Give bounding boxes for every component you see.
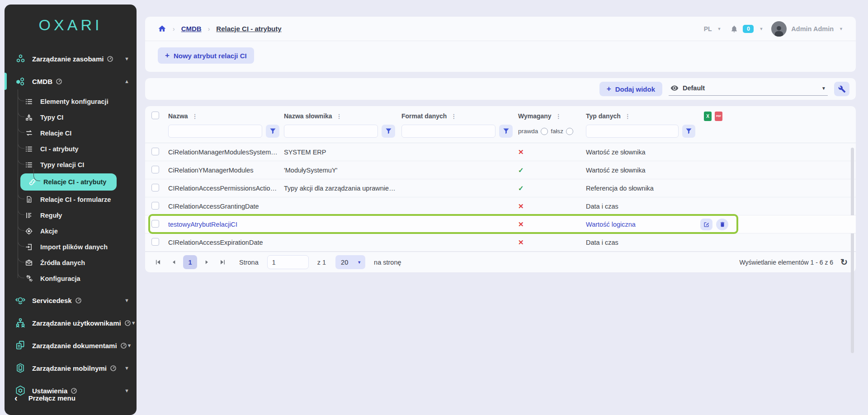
active-section-indicator — [5, 73, 7, 90]
new-attribute-button[interactable]: + Nowy atrybut relacji CI — [158, 47, 254, 64]
row-checkbox[interactable] — [151, 202, 159, 210]
menu-toggle-label: Przełącz menu — [28, 394, 75, 402]
row-checkbox[interactable] — [151, 148, 159, 155]
notification-badge[interactable]: 0 — [743, 25, 754, 33]
table-row[interactable]: CIRelationAccessPermissionsActionTypeTyp… — [145, 179, 856, 197]
table-row[interactable]: testowyAtrybutRelacjiCI✕Wartość logiczna — [145, 215, 856, 233]
sidebar-item-assets[interactable]: Zarządzanie zasobami▼ — [5, 47, 137, 70]
row-checkbox[interactable] — [151, 238, 159, 246]
gauge-icon — [120, 342, 127, 349]
tree-branch — [18, 105, 24, 117]
previous-page-button[interactable] — [167, 256, 180, 269]
filter-button[interactable] — [499, 125, 513, 138]
select-all-cell — [145, 112, 168, 121]
chevron-down-icon[interactable]: ▼ — [124, 56, 129, 61]
sidebar-item-users[interactable]: Zarządzanie użytkownikami▼ — [5, 312, 137, 334]
chevron-down-icon[interactable]: ▼ — [717, 27, 722, 31]
page-size-value: 20 — [341, 259, 348, 266]
table-row[interactable]: CIRelationAccessExpirationDate✕Data i cz… — [145, 233, 856, 252]
list-icon — [24, 145, 33, 154]
row-checkbox[interactable] — [151, 166, 159, 173]
column-filter-input[interactable] — [284, 125, 378, 138]
sidebar-item-label: CI - atrybuty — [40, 145, 79, 153]
filter-button[interactable] — [266, 125, 279, 138]
required-false-radio[interactable] — [566, 128, 573, 135]
page-input[interactable] — [267, 255, 309, 269]
refresh-icon[interactable]: ↻ — [840, 258, 848, 266]
table-row[interactable]: CIRelationAccessGrantingDate✕Data i czas — [145, 197, 856, 215]
export-pdf-icon[interactable]: PDF — [715, 112, 722, 121]
sidebar-item-relacje-ci-atrybuty[interactable]: Relacje CI - atrybuty — [20, 173, 117, 191]
last-page-button[interactable] — [216, 256, 229, 269]
bell-icon[interactable] — [730, 25, 738, 33]
cell-name[interactable]: testowyAtrybutRelacjiCI — [168, 221, 284, 228]
table-row[interactable]: CiRelationManagerModulesSystemERPSYSTEM … — [145, 143, 856, 161]
chevron-up-icon[interactable]: ▲ — [124, 79, 129, 84]
menu-toggle-button[interactable]: ‹ Przełącz menu — [5, 389, 137, 407]
page-size-select[interactable]: 20 ▼ — [335, 255, 365, 269]
chevron-down-icon[interactable]: ▼ — [131, 320, 136, 326]
column-menu-icon[interactable]: ⋮ — [192, 113, 198, 120]
delete-row-button[interactable] — [716, 219, 728, 230]
edit-row-button[interactable] — [700, 219, 712, 230]
sidebar-item-servicedesk[interactable]: Servicedesk▼ — [5, 289, 137, 312]
filter-button[interactable] — [382, 125, 395, 138]
gauge-icon — [75, 297, 82, 304]
tree-branch — [18, 137, 24, 149]
sidebar-item-label: Servicedesk — [32, 297, 72, 304]
breadcrumb-link-cmdb[interactable]: CMDB — [181, 25, 202, 33]
gauge-icon — [110, 365, 117, 372]
column-menu-icon[interactable]: ⋮ — [556, 113, 561, 120]
column-filter-input[interactable] — [586, 125, 679, 138]
chevron-left-icon: ‹ — [14, 393, 18, 403]
items-summary: Wyświetlanie elementów 1 - 6 z 6 — [739, 259, 833, 266]
view-toolbar: + Dodaj widok Default ▼ — [145, 78, 856, 100]
export-excel-icon[interactable]: X — [704, 112, 712, 121]
row-actions — [700, 219, 728, 230]
cell-required: ✕ — [518, 202, 586, 210]
cell-name: CIRelationAccessPermissionsActionType — [168, 185, 284, 192]
table-header-row: Nazwa⋮Nazwa słownika⋮Format danych⋮Wymag… — [145, 106, 856, 123]
sidebar-item-mobile[interactable]: Zarządzanie mobilnymi▼ — [5, 357, 137, 379]
page-number-button[interactable]: 1 — [183, 255, 197, 269]
select-all-checkbox[interactable] — [151, 112, 159, 119]
column-header-1: Nazwa⋮ — [168, 112, 284, 120]
column-menu-icon[interactable]: ⋮ — [451, 113, 457, 120]
wrench-icon[interactable] — [834, 82, 849, 96]
add-view-button[interactable]: + Dodaj widok — [599, 82, 662, 96]
table-row[interactable]: CiRelationYManagerModules'ModułySystemuY… — [145, 161, 856, 179]
chevron-down-icon[interactable]: ▼ — [124, 365, 129, 371]
row-checkbox[interactable] — [151, 220, 159, 228]
per-page-label: na stronę — [374, 259, 401, 266]
breadcrumb-separator: › — [208, 25, 210, 33]
home-icon[interactable] — [158, 24, 166, 33]
sidebar-item-documents[interactable]: Zarządzanie dokumentami▼ — [5, 334, 137, 357]
breadcrumb-current[interactable]: Relacje CI - atrybuty — [216, 25, 281, 33]
tree-branch — [18, 251, 24, 262]
sidebar-item-label: Zarządzanie dokumentami — [32, 342, 117, 350]
chevron-down-icon[interactable]: ▼ — [127, 343, 132, 348]
column-label: Nazwa — [168, 112, 188, 120]
required-cross-icon: ✕ — [518, 238, 524, 246]
column-filter-input[interactable] — [168, 125, 262, 138]
view-selector[interactable]: Default ▼ — [669, 82, 828, 96]
chevron-down-icon[interactable]: ▼ — [759, 27, 763, 31]
table-body: CiRelationManagerModulesSystemERPSYSTEM … — [145, 143, 856, 252]
chevron-down-icon[interactable]: ▼ — [839, 27, 843, 31]
column-menu-icon[interactable]: ⋮ — [625, 113, 631, 120]
first-page-button[interactable] — [151, 256, 164, 269]
column-filter-input[interactable] — [401, 125, 495, 138]
sidebar-item-konfiguracja[interactable]: Konfiguracja — [5, 270, 137, 286]
avatar[interactable] — [771, 21, 787, 37]
table-scrollbar[interactable] — [851, 148, 854, 353]
filter-button[interactable] — [682, 125, 695, 138]
user-name[interactable]: Admin Admin — [791, 25, 834, 33]
required-true-radio[interactable] — [541, 128, 548, 135]
row-checkbox[interactable] — [151, 184, 159, 191]
sidebar-item-label: Elementy konfiguracji — [40, 98, 108, 105]
sidebar-item-typy-relacji-ci[interactable]: Typy relacji CI — [5, 157, 137, 173]
chevron-down-icon[interactable]: ▼ — [124, 298, 129, 303]
language-selector[interactable]: PL — [704, 25, 712, 33]
next-page-button[interactable] — [200, 256, 213, 269]
column-menu-icon[interactable]: ⋮ — [336, 113, 342, 120]
